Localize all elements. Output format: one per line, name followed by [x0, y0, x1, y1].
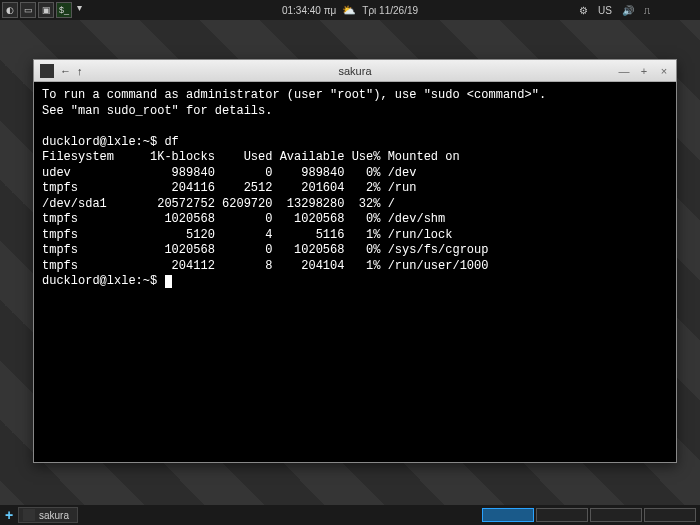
df-row: tmpfs 5120 4 5116 1% /run/lock [42, 228, 452, 242]
clock-date[interactable]: Τρι 11/26/19 [362, 5, 418, 16]
show-desktop-button[interactable]: + [0, 507, 18, 523]
top-panel: ◐ ▭ ▣ $_ ▾ 01:34:40 πμ ⛅ Τρι 11/26/19 ⚙ … [0, 0, 700, 20]
workspace-switcher [482, 508, 700, 522]
terminal-window: ← ↑ sakura — + × To run a command as adm… [33, 59, 677, 463]
workspace-3[interactable] [590, 508, 642, 522]
panel-center: 01:34:40 πμ ⛅ Τρι 11/26/19 [282, 4, 418, 17]
volume-icon[interactable]: 🔊 [622, 5, 634, 16]
df-row: tmpfs 204112 8 204104 1% /run/user/1000 [42, 259, 488, 273]
df-header: Filesystem 1K-blocks Used Available Use%… [42, 150, 460, 164]
df-row: tmpfs 1020568 0 1020568 0% /sys/fs/cgrou… [42, 243, 488, 257]
tray-right: ⚙ US 🔊 ⎍ [579, 5, 700, 16]
minimize-button[interactable]: — [618, 65, 630, 77]
titlebar[interactable]: ← ↑ sakura — + × [34, 60, 676, 82]
window-title: sakura [338, 65, 371, 77]
terminal-launcher-icon[interactable]: $_ [56, 2, 72, 18]
keyboard-layout[interactable]: US [598, 5, 612, 16]
terminal-icon [23, 509, 35, 521]
df-row: tmpfs 1020568 0 1020568 0% /dev/shm [42, 212, 445, 226]
df-row: /dev/sda1 20572752 6209720 13298280 32% … [42, 197, 395, 211]
file-manager-icon[interactable]: ▭ [20, 2, 36, 18]
gear-icon[interactable]: ⚙ [579, 5, 588, 16]
workspace-2[interactable] [536, 508, 588, 522]
clock-time[interactable]: 01:34:40 πμ [282, 5, 336, 16]
prompt: ducklord@lxle:~$ [42, 274, 157, 288]
weather-icon: ⛅ [342, 4, 356, 17]
terminal-body[interactable]: To run a command as administrator (user … [34, 82, 676, 462]
app-menu-icon[interactable]: ◐ [2, 2, 18, 18]
command: df [164, 135, 178, 149]
workspace-4[interactable] [644, 508, 696, 522]
expand-icon[interactable]: ▾ [74, 2, 84, 18]
sysmon-icon[interactable]: ⎍ [644, 5, 650, 16]
workspace-1[interactable] [482, 508, 534, 522]
taskbar-item-sakura[interactable]: sakura [18, 507, 78, 523]
motd-line2: See "man sudo_root" for details. [42, 104, 272, 118]
prompt: ducklord@lxle:~$ [42, 135, 157, 149]
cursor [165, 275, 172, 288]
motd-line1: To run a command as administrator (user … [42, 88, 546, 102]
taskbar-item-label: sakura [39, 510, 69, 521]
close-button[interactable]: × [658, 65, 670, 77]
terminal-tray-icon[interactable]: ▣ [38, 2, 54, 18]
app-icon [40, 64, 54, 78]
up-icon[interactable]: ↑ [77, 65, 83, 77]
maximize-button[interactable]: + [638, 65, 650, 77]
tray-left: ◐ ▭ ▣ $_ ▾ [0, 2, 84, 18]
df-row: udev 989840 0 989840 0% /dev [42, 166, 416, 180]
df-row: tmpfs 204116 2512 201604 2% /run [42, 181, 416, 195]
bottom-panel: + sakura [0, 505, 700, 525]
back-icon[interactable]: ← [60, 65, 71, 77]
